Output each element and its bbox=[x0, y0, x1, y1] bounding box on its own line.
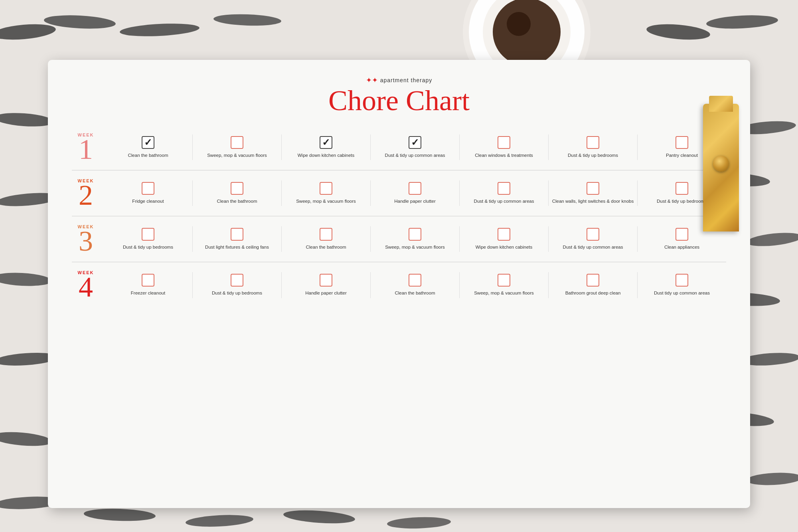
svg-point-13 bbox=[746, 471, 798, 486]
chore-text: Sweep, mop & vacuum floors bbox=[385, 244, 445, 250]
chore-checkbox[interactable] bbox=[498, 228, 510, 241]
svg-point-14 bbox=[0, 111, 54, 128]
chore-item: Dust & tidy up bedrooms bbox=[193, 272, 282, 298]
chore-checkbox[interactable] bbox=[142, 274, 154, 287]
chore-text: Clean windows & treatments bbox=[475, 152, 533, 158]
chore-text: Dust & tidy up bedrooms bbox=[212, 290, 262, 296]
chore-checkbox[interactable] bbox=[587, 136, 599, 149]
week-row-2: WEEK2Fridge cleanoutClean the bathroomSw… bbox=[72, 170, 726, 216]
checkmark-icon: ✓ bbox=[411, 138, 419, 147]
chore-item: Clean the bathroom bbox=[193, 180, 282, 206]
chart-title: Chore Chart bbox=[72, 86, 726, 115]
chore-item: Bathroom grout deep clean bbox=[549, 272, 638, 298]
svg-point-16 bbox=[0, 271, 52, 287]
svg-point-5 bbox=[706, 14, 778, 30]
chore-item: ✓Clean the bathroom bbox=[104, 134, 193, 160]
chore-checkbox[interactable] bbox=[587, 228, 599, 241]
chore-checkbox[interactable]: ✓ bbox=[409, 136, 421, 149]
chore-checkbox[interactable] bbox=[587, 182, 599, 195]
chore-checkbox[interactable] bbox=[231, 182, 243, 195]
chore-text: Clean appliances bbox=[664, 244, 699, 250]
chore-text: Dust tidy up common areas bbox=[654, 290, 710, 296]
chore-checkbox[interactable] bbox=[320, 228, 332, 241]
chore-text: Sweep, mop & vacuum floors bbox=[207, 152, 267, 158]
chore-item: Sweep, mop & vacuum floors bbox=[193, 134, 282, 160]
chore-text: Freezer cleanout bbox=[131, 290, 165, 296]
clipboard-board: ✦✦ apartment therapy Chore Chart WEEK1✓C… bbox=[48, 60, 750, 508]
chore-checkbox[interactable] bbox=[587, 274, 599, 287]
chore-item: Dust light fixtures & ceiling fans bbox=[193, 226, 282, 252]
chore-item: ✓Dust & tidy up common areas bbox=[371, 134, 460, 160]
svg-point-9 bbox=[746, 231, 798, 248]
chore-checkbox[interactable] bbox=[498, 136, 510, 149]
chore-checkbox[interactable] bbox=[676, 228, 688, 241]
week-row-4: WEEK4Freezer cleanoutDust & tidy up bedr… bbox=[72, 262, 726, 308]
chore-checkbox[interactable] bbox=[676, 182, 688, 195]
svg-point-1 bbox=[43, 14, 116, 30]
week-number: 2 bbox=[72, 183, 100, 208]
svg-point-22 bbox=[283, 508, 356, 525]
brand-name: apartment therapy bbox=[380, 77, 433, 83]
brand-icon: ✦✦ bbox=[366, 76, 378, 85]
chore-checkbox[interactable] bbox=[231, 274, 243, 287]
chore-text: Dust & tidy up bedrooms bbox=[568, 152, 618, 158]
chore-checkbox[interactable] bbox=[498, 182, 510, 195]
chores-grid-week-2: Fridge cleanoutClean the bathroomSweep, … bbox=[104, 180, 726, 206]
chores-grid-week-4: Freezer cleanoutDust & tidy up bedroomsH… bbox=[104, 272, 726, 298]
chore-item: Dust & tidy up bedrooms bbox=[104, 226, 193, 252]
chore-text: Wipe down kitchen cabinets bbox=[476, 244, 533, 250]
chore-text: Handle paper clutter bbox=[305, 290, 347, 296]
chore-checkbox[interactable] bbox=[320, 274, 332, 287]
chore-checkbox[interactable] bbox=[142, 228, 154, 241]
chore-item: Sweep, mop & vacuum floors bbox=[282, 180, 371, 206]
checkmark-icon: ✓ bbox=[322, 138, 330, 147]
chore-item: ✓Wipe down kitchen cabinets bbox=[282, 134, 371, 160]
chore-text: Clean the bathroom bbox=[395, 290, 435, 296]
chore-text: Dust & tidy up bedrooms bbox=[123, 244, 173, 250]
chore-item: Fridge cleanout bbox=[104, 180, 193, 206]
chores-grid-week-1: ✓Clean the bathroomSweep, mop & vacuum f… bbox=[104, 134, 726, 160]
chore-text: Handle paper clutter bbox=[394, 198, 436, 204]
checkmark-icon: ✓ bbox=[144, 138, 152, 147]
chore-item: Clean the bathroom bbox=[282, 226, 371, 252]
week-label-3: WEEK3 bbox=[72, 225, 104, 253]
chore-item: Dust tidy up common areas bbox=[638, 272, 726, 298]
chore-item: Sweep, mop & vacuum floors bbox=[371, 226, 460, 252]
chore-checkbox[interactable] bbox=[231, 228, 243, 241]
chore-checkbox[interactable] bbox=[409, 228, 421, 241]
chore-text: Pantry cleanout bbox=[666, 152, 698, 158]
week-number: 1 bbox=[72, 137, 100, 162]
brand-logo: ✦✦ apartment therapy bbox=[72, 76, 726, 85]
clipboard-screw bbox=[713, 156, 729, 172]
chore-checkbox[interactable] bbox=[231, 136, 243, 149]
week-row-1: WEEK1✓Clean the bathroomSweep, mop & vac… bbox=[72, 125, 726, 170]
weeks-container: WEEK1✓Clean the bathroomSweep, mop & vac… bbox=[72, 125, 726, 308]
chore-checkbox[interactable] bbox=[142, 182, 154, 195]
chore-item: Clean the bathroom bbox=[371, 272, 460, 298]
chore-text: Dust & tidy up bedrooms bbox=[657, 198, 707, 204]
week-row-3: WEEK3Dust & tidy up bedroomsDust light f… bbox=[72, 216, 726, 262]
chore-checkbox[interactable] bbox=[676, 274, 688, 287]
chore-item: Handle paper clutter bbox=[371, 180, 460, 206]
chore-item: Sweep, mop & vacuum floors bbox=[460, 272, 549, 298]
svg-point-2 bbox=[119, 22, 200, 38]
svg-point-20 bbox=[84, 508, 156, 522]
svg-point-4 bbox=[646, 22, 711, 42]
chores-grid-week-3: Dust & tidy up bedroomsDust light fixtur… bbox=[104, 226, 726, 252]
chore-item: Clean windows & treatments bbox=[460, 134, 549, 160]
chore-checkbox[interactable] bbox=[320, 182, 332, 195]
chore-text: Fridge cleanout bbox=[132, 198, 164, 204]
chore-checkbox[interactable] bbox=[409, 274, 421, 287]
chore-checkbox[interactable] bbox=[498, 274, 510, 287]
chore-text: Wipe down kitchen cabinets bbox=[298, 152, 355, 158]
chore-checkbox[interactable]: ✓ bbox=[320, 136, 332, 149]
chore-text: Dust & tidy up common areas bbox=[563, 244, 623, 250]
chore-checkbox[interactable]: ✓ bbox=[142, 136, 154, 149]
chore-checkbox[interactable] bbox=[676, 136, 688, 149]
chore-item: Dust & tidy up bedrooms bbox=[549, 134, 638, 160]
chore-item: Dust & tidy up common areas bbox=[549, 226, 638, 252]
clipboard-clip bbox=[703, 104, 739, 231]
chart-header: ✦✦ apartment therapy Chore Chart bbox=[72, 76, 726, 115]
svg-point-18 bbox=[0, 430, 52, 448]
chore-checkbox[interactable] bbox=[409, 182, 421, 195]
